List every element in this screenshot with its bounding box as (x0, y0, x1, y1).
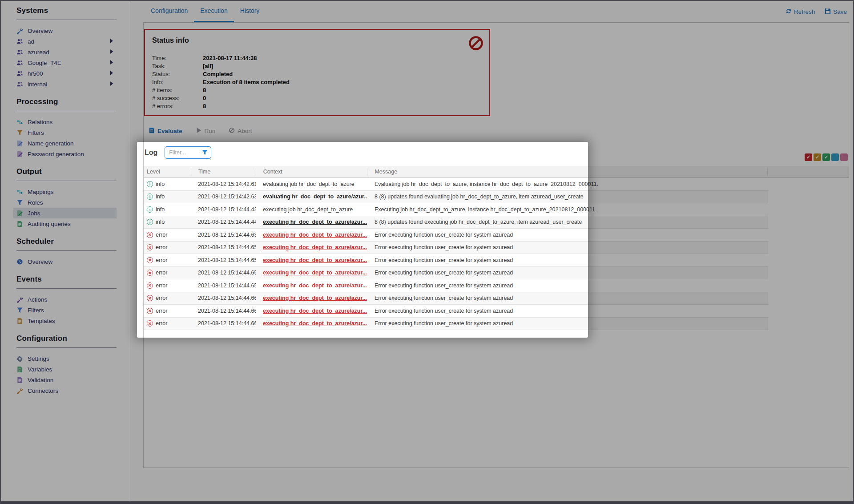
debug-toggle[interactable] (840, 153, 848, 161)
sidebar-item-filters[interactable]: Filters (13, 127, 117, 138)
log-table-body: iinfo2021-08-12 15:14:42.613evaluating j… (144, 178, 768, 330)
sidebar-item-connectors[interactable]: Connectors (13, 385, 117, 396)
log-row[interactable]: ✕error2021-08-12 15:14:44.662executing h… (144, 305, 768, 318)
sidebar-item-variables[interactable]: Variables (13, 364, 117, 375)
sidebar-item-azuread[interactable]: azuread (13, 47, 117, 57)
log-row[interactable]: ✕error2021-08-12 15:14:44.651executing h… (144, 242, 768, 254)
message-cell: Error executing function user_create for… (367, 308, 768, 314)
log-row[interactable]: ✕error2021-08-12 15:14:44.663executing h… (144, 318, 768, 331)
chevron-right-icon (110, 39, 113, 43)
sidebar-item-settings[interactable]: Settings (13, 353, 117, 364)
context-link[interactable]: executing hr_doc_dept_to_azure/azur... (263, 320, 367, 327)
save-button[interactable]: Save (825, 8, 847, 16)
context-link[interactable]: executing hr_doc_dept_to_azure/azur... (263, 295, 367, 301)
sidebar-item-roles[interactable]: Roles (13, 197, 117, 208)
context-link[interactable]: evaluating hr_doc_dept_to_azure/azur... (263, 194, 367, 200)
log-row[interactable]: iinfo2021-08-12 15:14:42.613evaluating j… (144, 178, 768, 191)
arrows-icon (16, 189, 23, 195)
context-link[interactable]: executing hr_doc_dept_to_azure/azur... (263, 308, 367, 314)
abort-button[interactable]: Abort (229, 127, 252, 135)
status-title: Status info (152, 36, 189, 44)
status-value: 2021-08-17 11:44:38 (203, 55, 257, 61)
column-header-level[interactable]: Level (144, 168, 191, 176)
sidebar-item-password-generation[interactable]: Password generation (13, 149, 117, 159)
info-toggle[interactable] (831, 153, 839, 161)
status-value: Completed (203, 71, 233, 77)
sidebar-item-validation[interactable]: Validation (13, 375, 117, 385)
play-icon (196, 127, 202, 135)
doc-icon (16, 377, 23, 383)
status-row: # items:8 (152, 86, 290, 94)
log-row[interactable]: iinfo2021-08-12 15:14:42.639evaluating h… (144, 191, 768, 204)
error-icon: ✕ (147, 320, 153, 327)
refresh-button[interactable]: Refresh (786, 8, 815, 16)
column-header-message[interactable]: Message (367, 168, 767, 176)
sidebar-item-label: Mappings (28, 189, 54, 195)
sidebar-item-templates[interactable]: Templates (13, 315, 117, 326)
sidebar-item-overview[interactable]: Overview (13, 256, 117, 267)
sidebar-section-processing: ProcessingRelationsFiltersName generatio… (16, 97, 130, 159)
log-level-toggles: ✓✓✓ (805, 153, 848, 161)
sidebar-section-systems: SystemsOverviewadazureadGoogle_T4Ehr500i… (16, 6, 130, 89)
users-icon (16, 49, 23, 56)
level-cell: ✕error (144, 282, 191, 289)
status-value: 8 (203, 87, 206, 93)
abort-icon (229, 127, 235, 135)
sidebar-item-name-generation[interactable]: Name generation (13, 138, 117, 149)
sidebar-item-overview[interactable]: Overview (13, 25, 117, 36)
log-row[interactable]: iinfo2021-08-12 15:14:44.420executing jo… (144, 203, 768, 216)
sidebar-item-jobs[interactable]: Jobs (13, 208, 117, 218)
tab-configuration[interactable]: Configuration (145, 1, 194, 22)
sidebar-item-label: internal (28, 81, 47, 88)
level-cell: ✕error (144, 320, 191, 327)
context-link[interactable]: executing hr_doc_dept_to_azure/azur... (263, 282, 367, 289)
warning-toggle[interactable]: ✓ (814, 153, 821, 161)
sidebar-item-filters[interactable]: Filters (13, 305, 117, 315)
sidebar-section-configuration: ConfigurationSettingsVariablesValidation… (16, 334, 130, 396)
message-cell: 8 (8) updates found executing job hr_doc… (367, 219, 768, 225)
tab-history[interactable]: History (234, 1, 266, 22)
context-link[interactable]: executing hr_doc_dept_to_azure/azur... (263, 232, 367, 238)
sidebar-item-google-t4e[interactable]: Google_T4E (13, 57, 117, 68)
tab-execution[interactable]: Execution (194, 1, 234, 22)
save-icon (825, 8, 831, 16)
context-link[interactable]: executing hr_doc_dept_to_azure/azur... (263, 244, 367, 250)
status-info-box: Status info Time:2021-08-17 11:44:38Task… (144, 29, 490, 116)
log-table: LevelTimeContextMessage iinfo2021-08-12 … (144, 166, 849, 330)
log-row[interactable]: ✕error2021-08-12 15:14:44.638executing h… (144, 229, 768, 242)
filter-funnel-icon[interactable] (201, 149, 208, 156)
sidebar-item-label: Variables (28, 366, 52, 373)
time-cell: 2021-08-12 15:14:44.653 (191, 270, 256, 276)
sidebar-item-hr500[interactable]: hr500 (13, 68, 117, 79)
context-link[interactable]: executing hr_doc_dept_to_azure/azur... (263, 270, 367, 276)
log-row[interactable]: ✕error2021-08-12 15:14:44.654executing h… (144, 279, 768, 292)
log-row[interactable]: iinfo2021-08-12 15:14:44.445executing hr… (144, 216, 768, 229)
context-cell: executing hr_doc_dept_to_azure/azur... (256, 282, 367, 289)
success-toggle[interactable]: ✓ (822, 153, 830, 161)
sidebar-item-relations[interactable]: Relations (13, 117, 117, 127)
sidebar-item-auditing-queries[interactable]: Auditing queries (13, 218, 117, 229)
sidebar-items: SettingsVariablesValidationConnectors (16, 353, 130, 396)
sidebar-item-actions[interactable]: Actions (13, 294, 117, 305)
log-row[interactable]: ✕error2021-08-12 15:14:44.661executing h… (144, 292, 768, 305)
error-icon: ✕ (147, 295, 153, 301)
log-row[interactable]: ✕error2021-08-12 15:14:44.652executing h… (144, 254, 768, 267)
context-cell: evaluating job hr_doc_dept_to_azure (256, 181, 367, 187)
level-label: info (156, 219, 165, 225)
status-label: Time: (152, 55, 203, 61)
evaluate-button[interactable]: Evaluate (149, 127, 182, 135)
sidebar-item-mappings[interactable]: Mappings (13, 186, 117, 197)
column-header-context[interactable]: Context (256, 168, 367, 176)
error-toggle[interactable]: ✓ (805, 153, 812, 161)
check-icon: ✓ (815, 154, 819, 160)
log-row[interactable]: ✕error2021-08-12 15:14:44.653executing h… (144, 267, 768, 280)
level-label: error (156, 308, 167, 314)
context-link[interactable]: executing hr_doc_dept_to_azure/azur... (263, 257, 367, 263)
column-header-time[interactable]: Time (191, 168, 256, 176)
sidebar-item-ad[interactable]: ad (13, 36, 117, 47)
sidebar-item-internal[interactable]: internal (13, 79, 117, 89)
level-label: error (156, 244, 167, 250)
time-cell: 2021-08-12 15:14:44.651 (191, 244, 256, 250)
context-link[interactable]: executing hr_doc_dept_to_azure/azur... (263, 219, 367, 225)
run-button[interactable]: Run (196, 127, 216, 135)
